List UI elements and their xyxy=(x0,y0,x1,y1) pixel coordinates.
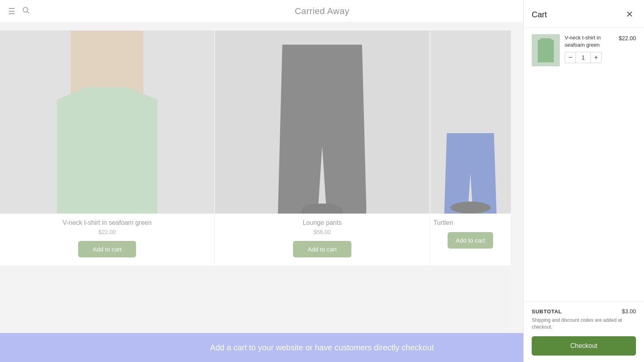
product-card-2: Lounge pants $56.00 Add to cart xyxy=(215,31,429,265)
cart-item-quantity-1: − 1 + xyxy=(565,52,614,63)
svg-line-1 xyxy=(27,12,29,14)
footer-text: Add a cart to your website or have custo… xyxy=(210,343,434,352)
menu-icon[interactable]: ☰ xyxy=(8,6,15,16)
product-price-2: $56.00 xyxy=(314,229,331,235)
subtotal-label: SUBTOTAL xyxy=(532,309,562,315)
subtotal-row: SUBTOTAL $3.00 xyxy=(532,308,636,315)
product-image-2 xyxy=(215,31,429,214)
quantity-decrease-button-1[interactable]: − xyxy=(565,52,576,63)
header-left: ☰ xyxy=(8,6,30,16)
product-image-3 xyxy=(430,31,511,214)
cart-title: Cart xyxy=(532,10,547,19)
product-model-image-2 xyxy=(215,31,429,214)
add-to-cart-button-3[interactable]: Add to cart xyxy=(448,232,493,249)
shipping-note: Shipping and discount codes are added at… xyxy=(532,317,636,331)
product-name-1: V-neck t-shirt in seafoam green xyxy=(58,219,155,226)
cart-footer: SUBTOTAL $3.00 Shipping and discount cod… xyxy=(524,301,644,362)
product-model-image-1 xyxy=(0,31,214,214)
cart-item-price-1: $22.00 xyxy=(619,35,636,41)
product-image-1 xyxy=(0,31,214,214)
cart-item-name-1: V-neck t-shirt in seafoam green xyxy=(565,34,614,49)
quantity-value-1: 1 xyxy=(576,52,590,63)
add-to-cart-button-1[interactable]: Add to cart xyxy=(78,241,136,257)
product-name-2: Lounge pants xyxy=(299,219,346,226)
subtotal-value: $3.00 xyxy=(622,308,636,315)
product-name-3: Turtlen xyxy=(430,219,453,226)
cart-header: Cart ✕ xyxy=(524,0,644,28)
cart-items-list: V-neck t-shirt in seafoam green − 1 + $2… xyxy=(524,28,644,301)
cart-item-1: V-neck t-shirt in seafoam green − 1 + $2… xyxy=(532,34,636,66)
site-title: Carried Away xyxy=(295,6,349,16)
search-icon[interactable] xyxy=(22,6,30,16)
quantity-increase-button-1[interactable]: + xyxy=(590,52,602,63)
add-to-cart-button-2[interactable]: Add to cart xyxy=(293,241,351,257)
product-card-3: Turtlen Add to cart xyxy=(430,31,511,265)
product-card-1: V-neck t-shirt in seafoam green $22.00 A… xyxy=(0,31,214,265)
cart-item-image-1 xyxy=(532,34,560,66)
checkout-button[interactable]: Checkout xyxy=(532,336,636,356)
svg-point-0 xyxy=(23,7,28,12)
product-price-1: $22.00 xyxy=(99,229,116,235)
cart-sidebar: Cart ✕ V-neck t-shirt in seafoam green −… xyxy=(523,0,644,362)
cart-close-button[interactable]: ✕ xyxy=(623,8,636,21)
cart-item-details-1: V-neck t-shirt in seafoam green − 1 + xyxy=(565,34,614,63)
